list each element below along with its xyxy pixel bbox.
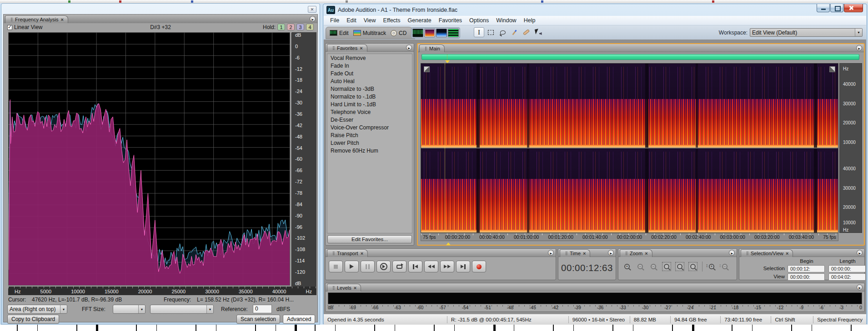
favorites-item[interactable]: Normalize to -.1dB [327,93,412,100]
hold-button-1[interactable]: 1 [277,24,285,30]
tab-close-icon[interactable] [360,45,362,51]
play-button[interactable] [345,261,359,272]
favorites-item[interactable]: Hard Limit to -.1dB [327,100,412,108]
zoom-out-full-button[interactable]: − [648,262,658,272]
chevron-down-icon[interactable] [206,305,213,313]
menu-item[interactable]: Window [492,16,520,25]
panel-menu-icon[interactable] [310,16,316,22]
frequency-ruler[interactable]: Hz40000300002000010000400003000020000100… [839,63,862,233]
hold-button-4[interactable]: 4 [306,24,314,30]
menu-item[interactable]: Favorites [435,16,466,25]
corner-handle-icon[interactable] [829,66,835,72]
tab-close-icon[interactable] [60,17,63,22]
fft-size-select[interactable] [113,305,146,314]
fast-forward-button[interactable] [440,261,454,272]
tab-transport[interactable]: Transport [327,249,368,257]
hold-button-3[interactable]: 3 [296,24,304,30]
favorites-item[interactable]: Lower Pitch [327,139,412,147]
favorites-item[interactable]: Telephone Voice [327,108,412,116]
maximize-button[interactable] [830,4,843,12]
loop-play-button[interactable] [392,261,406,272]
zoom-in-right-edge-selection-button[interactable] [688,262,698,272]
favorites-item[interactable]: Vocal Remove [327,54,412,62]
menu-item[interactable]: File [326,16,343,25]
zoom-out-horizontal-button[interactable]: − [635,262,645,272]
tab-frequency-analysis[interactable]: Frequency Analysis [5,15,68,23]
tab-zoom[interactable]: Zoom [620,249,652,257]
menu-item[interactable]: Edit [343,16,360,25]
cd-view-button[interactable]: CD [391,30,406,36]
selection-length-field[interactable]: 00:00:00: [828,265,866,272]
area-select[interactable]: Area (Right on top) [7,305,67,314]
panel-menu-icon[interactable] [548,250,554,256]
record-button[interactable] [472,261,486,272]
panel-menu-icon[interactable] [857,284,863,290]
view-length-field[interactable]: 00:04:02: [828,273,866,281]
tab-close-icon[interactable] [645,251,647,256]
lasso-selection-tool[interactable] [497,27,508,37]
favorites-item[interactable]: Normalize to -3dB [327,85,412,93]
effects-paintbrush-tool[interactable] [509,27,520,37]
zoom-out-vertical-button[interactable]: ↕− [720,262,730,272]
title-bar[interactable]: Au Adobe Audition - A1 - Theme From Iron… [323,4,867,16]
menu-item[interactable]: Generate [404,16,435,25]
panel-menu-icon[interactable] [406,44,412,50]
chevron-down-icon[interactable] [855,29,862,36]
panel-menu-icon[interactable] [608,250,614,256]
marquee-selection-tool[interactable] [486,27,496,37]
playhead-line[interactable] [445,64,445,232]
zoom-to-selection-button[interactable] [662,262,672,272]
time-selection-tool[interactable]: I [474,27,484,37]
tab-close-icon[interactable] [361,251,363,256]
tab-main[interactable]: Main [419,44,445,52]
playhead-marker-icon[interactable] [446,242,451,245]
selection-begin-field[interactable]: 00:00:12: [788,265,825,272]
spectral-pan-display-button[interactable] [436,29,447,37]
window-close-icon[interactable]: ✕ [308,6,316,13]
spot-healing-brush-tool[interactable] [521,27,532,37]
waveform-display-button[interactable] [412,29,423,37]
favorites-item[interactable]: Fade Out [327,69,412,77]
favorites-item[interactable]: Voice-Over Compressor [327,124,412,131]
menu-item[interactable]: Effects [380,16,404,25]
timeline-ruler[interactable]: 75 fps00:00:20:0000:00:40:0000:01:00:000… [421,233,838,241]
chevron-down-icon[interactable] [60,305,67,313]
spectral-display[interactable] [421,63,838,233]
spectrogram-right-channel[interactable] [421,148,838,232]
favorites-item[interactable]: De-Esser [327,116,412,124]
tab-close-icon[interactable] [583,251,586,256]
reference-input[interactable]: 0 [253,305,272,313]
close-button[interactable] [844,4,863,12]
panel-menu-icon[interactable] [729,250,735,256]
stop-button[interactable] [329,261,343,272]
workspace-select[interactable]: Edit View (Default) [750,28,863,37]
edit-favorites-button[interactable]: Edit Favorites... [327,235,412,243]
tab-close-icon[interactable] [354,285,356,291]
tab-close-icon[interactable] [786,251,788,256]
multitrack-view-button[interactable]: Multitrack [353,30,386,36]
menu-item[interactable]: Options [466,16,492,25]
hold-button-2[interactable]: 2 [287,24,295,30]
channel-divider[interactable] [421,148,838,148]
play-from-cursor-button[interactable] [376,261,391,272]
menu-item[interactable]: Help [520,16,539,25]
minimize-button[interactable] [817,4,830,12]
time-display[interactable]: 00:00:12:63 [558,262,616,273]
tab-favorites[interactable]: Favorites [327,44,367,52]
spectrogram-left-channel[interactable] [421,64,838,148]
advanced-button[interactable]: Advanced [283,315,315,324]
level-meter[interactable] [328,292,862,304]
spectral-frequency-display-button[interactable] [424,29,435,37]
pause-button[interactable] [361,261,375,272]
favorites-item[interactable]: Fade In [327,62,412,69]
view-begin-field[interactable]: 00:00:00: [788,273,825,281]
menu-item[interactable]: View [360,16,380,25]
frequency-analysis-graph[interactable] [8,32,290,286]
rewind-button[interactable] [424,261,438,272]
favorites-item[interactable]: Auto Heal [327,77,412,85]
panel-menu-icon[interactable] [856,45,862,51]
zoom-in-horizontal-button[interactable]: + [622,262,632,272]
favorites-item[interactable]: Remove 60Hz Hum [327,147,412,154]
zoom-navigation-bar[interactable] [421,54,859,60]
copy-to-clipboard-button[interactable]: Copy to Clipboard [7,315,59,324]
